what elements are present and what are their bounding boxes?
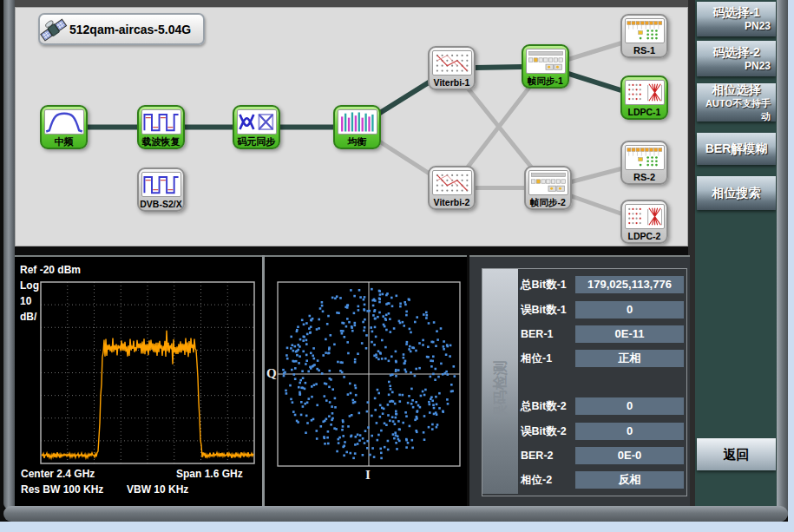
ber-vertical-strip: 误码检测 (482, 269, 518, 494)
module-label: Viterbi-2 (434, 195, 470, 209)
module-label: LDPC-2 (628, 229, 661, 243)
button-sub-label: AUTO不支持手动 (697, 97, 776, 123)
module-fs1[interactable]: 帧同步-1 (522, 44, 569, 89)
wave-icon (141, 172, 181, 197)
module-label: Viterbi-1 (434, 76, 470, 89)
bars-icon (338, 109, 377, 135)
sidebar-button-phase-search[interactable]: 相位搜索 (697, 176, 776, 210)
sidebar-button-ber-deambiguity[interactable]: BER解模糊 (697, 133, 776, 165)
module-ldpc2[interactable]: LDPC-2 (620, 200, 668, 244)
rbw-label: Res BW 100 KHz (21, 483, 103, 496)
sidebar-button-code-select-1[interactable]: 码选择-1PN23 (697, 2, 776, 36)
back-button[interactable]: 返回 (697, 438, 776, 470)
module-label: 载波恢复 (142, 135, 180, 148)
button-sub-label: PN23 (697, 60, 776, 73)
module-rs2[interactable]: RS-2 (620, 141, 668, 185)
ldpc-icon (625, 80, 665, 105)
vbw-label: VBW 10 KHz (127, 483, 188, 496)
ber-row-label: 相位-1 (521, 350, 574, 367)
module-label: RS-1 (633, 43, 655, 57)
button-sub-label: PN23 (697, 20, 776, 33)
signal-title-label: 512qam-aircas-5.04G (69, 23, 191, 36)
span-label: Span 1.6 GHz (176, 468, 243, 480)
module-label: 中频 (55, 135, 74, 148)
frame-icon (526, 49, 566, 74)
satellite-icon (38, 13, 69, 48)
ber-statistics-panel: 误码检测 总Bit数-1179,025,113,776误Bit数-10BER-1… (469, 255, 690, 507)
constellation-panel: Q I (265, 255, 467, 507)
button-label: 码选择-1 (697, 5, 776, 20)
ber-row-label: BER-2 (521, 447, 574, 464)
ber-row-value: 0 (575, 397, 684, 415)
ber-row-label: 总Bit数-2 (521, 397, 574, 415)
wave-icon (141, 109, 181, 135)
eye-icon (237, 109, 277, 135)
module-fs2[interactable]: 帧同步-2 (524, 166, 572, 210)
i-axis-label: I (365, 468, 371, 483)
module-if[interactable]: 中频 (40, 105, 88, 149)
ber-row-value: 0E-0 (575, 447, 684, 464)
rs-icon (625, 18, 665, 43)
ber-row-label: BER-1 (521, 325, 574, 343)
trellis-icon (432, 50, 472, 76)
frame-icon (528, 170, 568, 195)
back-button-label: 返回 (697, 447, 776, 462)
module-symsync[interactable]: 码元同步 (233, 105, 280, 149)
center-freq-label: Center 2.4 GHz (21, 468, 95, 480)
sidebar-button-phase-select[interactable]: 相位选择AUTO不支持手动 (697, 83, 776, 122)
window-bezel-right (777, 0, 788, 522)
ber-row-value: 179,025,113,776 (575, 276, 684, 293)
rs-icon (625, 145, 665, 170)
button-label: 相位搜索 (697, 186, 776, 200)
module-eq[interactable]: 均衡 (333, 105, 381, 149)
window-bezel-left (3, 0, 15, 509)
ber-row-label: 相位-2 (521, 471, 574, 489)
ldpc-icon (625, 204, 665, 229)
module-label: LDPC-1 (628, 105, 661, 119)
panel-separator (262, 255, 265, 507)
module-label: 帧同步-1 (528, 74, 563, 88)
ber-row-label: 误Bit数-1 (521, 301, 574, 319)
module-rs1[interactable]: RS-1 (620, 14, 668, 58)
sidebar-button-code-select-2[interactable]: 码选择-2PN23 (697, 41, 776, 76)
button-label: 码选择-2 (697, 45, 776, 60)
block-diagram-panel: 512qam-aircas-5.04G 中频载波恢复码元同步均衡DVB-S2/X… (15, 7, 688, 246)
q-axis-label: Q (266, 366, 277, 381)
module-vit1[interactable]: Viterbi-1 (428, 46, 476, 90)
trellis-icon (432, 170, 472, 195)
ber-row-value: 0 (575, 423, 684, 440)
ber-row-value: 反相 (575, 471, 684, 489)
sidebar: 码选择-1PN23码选择-2PN23相位选择AUTO不支持手动BER解模糊相位搜… (695, 0, 778, 507)
ber-row-label: 误Bit数-2 (521, 423, 574, 440)
spectrum-icon (44, 109, 84, 135)
module-carrier[interactable]: 载波恢复 (137, 105, 185, 149)
app-window: 512qam-aircas-5.04G 中频载波恢复码元同步均衡DVB-S2/X… (0, 0, 794, 532)
ber-row-value: 0E-11 (575, 325, 684, 343)
module-vit2[interactable]: Viterbi-2 (428, 166, 476, 210)
module-label: 帧同步-2 (530, 195, 566, 209)
button-label: BER解模糊 (697, 141, 776, 156)
module-label: RS-2 (633, 170, 655, 184)
module-label: 码元同步 (238, 135, 276, 148)
spectrum-analyzer-panel: Ref -20 dBm Log 10 dB/ Center 2.4 GHz Sp… (14, 255, 262, 507)
module-label: DVB-S2/X (140, 197, 181, 211)
button-label: 相位选择 (697, 82, 776, 97)
module-ldpc1[interactable]: LDPC-1 (620, 76, 668, 120)
module-label: 均衡 (348, 135, 367, 148)
signal-title-button[interactable]: 512qam-aircas-5.04G (38, 13, 205, 45)
ber-row-label: 总Bit数-1 (521, 276, 574, 293)
ber-row-value: 0 (575, 301, 684, 319)
module-dvb[interactable]: DVB-S2/X (137, 167, 185, 212)
ber-row-value: 正相 (575, 350, 684, 367)
window-bezel-bottom (3, 506, 788, 522)
ber-vertical-label: 误码检测 (482, 338, 518, 443)
